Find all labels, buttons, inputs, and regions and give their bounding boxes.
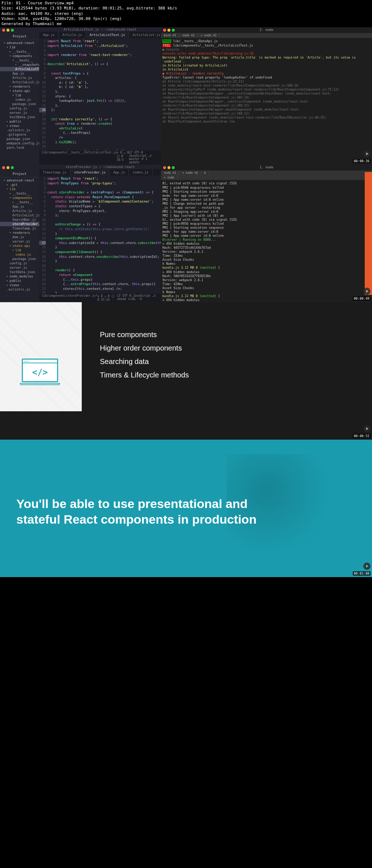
thumbnail-2[interactable]: Project advanced-react.gitlib__tests__co… (0, 165, 372, 302)
tree-item[interactable]: Article.js (0, 76, 39, 80)
code-content[interactable]: import React from 'react';import Article… (47, 38, 161, 150)
tree-item[interactable]: index.js (0, 252, 39, 257)
tree-item[interactable]: components (0, 54, 39, 58)
tree-item[interactable]: __snapshots__ (0, 63, 39, 67)
maximize-icon[interactable] (172, 166, 175, 169)
tree-item[interactable]: dom.js (0, 235, 39, 239)
terminal-tab[interactable]: × node (161, 175, 178, 180)
tree-item[interactable]: ArticleList.js (0, 213, 39, 217)
tree-item[interactable]: server.js (0, 111, 39, 115)
maximize-icon[interactable] (11, 29, 14, 32)
close-icon[interactable] (163, 166, 166, 169)
tree-item[interactable]: ArticleListTest.js (0, 67, 39, 71)
editor-tabs[interactable]: Timestamp.jsstoreProvider.jsApp.jsindex.… (39, 169, 161, 176)
tree-item[interactable]: package.json (0, 102, 39, 106)
tree-item[interactable]: components (0, 196, 39, 200)
tree-item[interactable]: .eslintrc.js (0, 287, 39, 292)
tree-item[interactable]: package.json (0, 257, 39, 261)
minimize-icon[interactable] (167, 166, 170, 169)
minimize-icon[interactable] (7, 29, 9, 32)
tree-item[interactable]: __tests__ (0, 58, 39, 63)
tree-item[interactable]: testData.json (0, 115, 39, 119)
line-gutter: 1234567891011121314151617181920212223242… (39, 38, 47, 150)
terminal-tab[interactable]: × node ⌘2 (179, 171, 201, 175)
tree-item[interactable]: server.js (0, 265, 39, 270)
code-content[interactable]: import React from 'react';import PropTyp… (47, 176, 161, 293)
terminal-tab[interactable]: × node ⌘3 (198, 33, 219, 38)
tree-item[interactable]: .git (0, 183, 39, 187)
tree-item[interactable]: App.js (0, 204, 39, 209)
tree-item[interactable]: webpack.config.js (0, 141, 39, 145)
tree-item[interactable]: testData.json (0, 270, 39, 274)
tree-item[interactable]: state-api (0, 89, 39, 93)
tree-item[interactable]: advanced-react (0, 41, 39, 45)
tree-item[interactable]: config.js (0, 261, 39, 265)
minimize-icon[interactable] (7, 166, 9, 169)
tree-item[interactable]: lib (0, 248, 39, 252)
terminal-tabs[interactable]: bash ⌘1node ⌘2× node ⌘3 (161, 33, 372, 38)
project-sidebar[interactable]: Project advanced-react.gitlib__tests__co… (0, 165, 39, 302)
terminal-output[interactable]: PASS lib/__tests__/DataApi.jsFAIL lib/co… (161, 38, 372, 125)
file-tree[interactable]: advanced-react.gitlib__tests__components… (0, 177, 39, 292)
laptop-icon: </> (20, 359, 60, 388)
tree-item[interactable]: storeProvider.js (0, 222, 39, 226)
thumbnail-4[interactable]: You'll be able to use presentational and… (0, 440, 372, 577)
tree-item[interactable]: renderers (0, 231, 39, 235)
editor-tab[interactable]: Timestamp.js (39, 169, 70, 176)
thumbnail-3[interactable]: </> Pure componentsHigher order componen… (0, 302, 372, 440)
project-sidebar[interactable]: Project advanced-reactlib__tests__compon… (0, 27, 39, 165)
tree-item[interactable]: renderers (0, 84, 39, 89)
orange-bar (365, 172, 372, 295)
status-path: lib/components/__tests__/ArticleListTest… (41, 151, 117, 164)
tree-item[interactable]: lib (0, 93, 39, 97)
maximize-icon[interactable] (11, 166, 14, 169)
tree-item[interactable]: package.json (0, 137, 39, 141)
terminal-tabs[interactable]: node ⌘1× node ⌘2b (161, 171, 372, 175)
tree-item[interactable]: public (0, 119, 39, 124)
terminal-tabs-2[interactable]: × node (161, 175, 372, 180)
tree-item[interactable]: ArticleList.js (0, 80, 39, 84)
close-icon[interactable] (163, 29, 166, 32)
tree-item[interactable]: yarn.lock (0, 145, 39, 150)
close-icon[interactable] (2, 29, 5, 32)
terminal-tab[interactable]: node ⌘2 (179, 33, 198, 38)
tree-item[interactable]: Article.js (0, 209, 39, 213)
tree-item[interactable]: index.js (0, 97, 39, 102)
tree-item[interactable]: __tests__ (0, 191, 39, 196)
editor-tab[interactable]: index.js (129, 169, 152, 176)
editor-tab[interactable]: ArticleListTest.js (86, 32, 129, 38)
tree-item[interactable]: public (0, 279, 39, 283)
editor-tabs[interactable]: App.jsArticle.jsArticleListTest.jsArticl… (39, 32, 161, 38)
terminal-tab[interactable]: node ⌘1 (161, 171, 179, 175)
terminal-output[interactable]: 8], exited with code [0] via signal [SIG… (161, 180, 372, 302)
tree-item[interactable]: node_modules (0, 274, 39, 279)
tree-item[interactable]: Timestamp.js (0, 226, 39, 231)
tree-item[interactable]: __tests__ (0, 49, 39, 54)
tree-item[interactable]: config.js (0, 106, 39, 111)
tree-item[interactable]: App.js (0, 71, 39, 76)
thumbnail-1[interactable]: Project advanced-reactlib__tests__compon… (0, 27, 372, 165)
tree-item[interactable]: lib (0, 187, 39, 191)
file-tree[interactable]: advanced-reactlib__tests__components__te… (0, 40, 39, 151)
maximize-icon[interactable] (172, 29, 175, 32)
tree-item[interactable]: SearchBar.js (0, 217, 39, 222)
tree-item[interactable]: server.js (0, 239, 39, 244)
tree-item[interactable]: state-api (0, 244, 39, 248)
tree-item[interactable]: views (0, 124, 39, 128)
editor-tab[interactable]: Article.js (59, 32, 86, 38)
tree-item[interactable]: .eslintrc.js (0, 128, 39, 132)
minimize-icon[interactable] (167, 29, 170, 32)
tree-item[interactable]: views (0, 283, 39, 287)
close-icon[interactable] (2, 166, 5, 169)
editor-tab[interactable]: ArticleList.js (129, 32, 161, 38)
tree-item[interactable]: advanced-react (0, 178, 39, 183)
tree-item[interactable]: lib (0, 45, 39, 49)
editor-tab[interactable]: storeProvider.js (70, 169, 110, 176)
terminal-tab[interactable]: bash ⌘1 (161, 33, 179, 38)
tree-item[interactable]: __tests__ (0, 200, 39, 204)
terminal-tab[interactable]: b (201, 171, 209, 175)
generated-line: Generated by Thumbnail me (1, 21, 371, 27)
editor-tab[interactable]: App.js (39, 32, 59, 38)
tree-item[interactable]: .gitignore (0, 132, 39, 137)
editor-tab[interactable]: App.js (110, 169, 129, 176)
